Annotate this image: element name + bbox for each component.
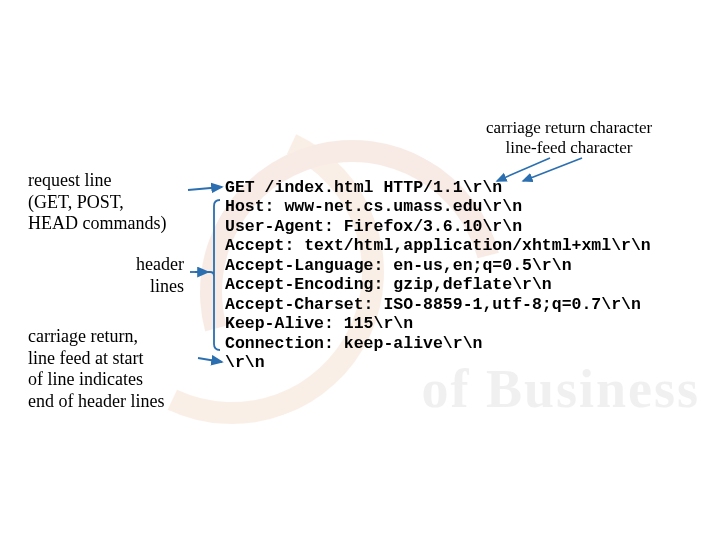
code-line: \r\n (225, 353, 265, 372)
code-line: User-Agent: Firefox/3.6.10\r\n (225, 217, 522, 236)
code-line: Accept-Encoding: gzip,deflate\r\n (225, 275, 552, 294)
code-line: Accept: text/html,application/xhtml+xml\… (225, 236, 651, 255)
code-line: Keep-Alive: 115\r\n (225, 314, 413, 333)
label-request-line: request line(GET, POST,HEAD commands) (28, 170, 208, 235)
code-line: Accept-Language: en-us,en;q=0.5\r\n (225, 256, 572, 275)
label-lf-char: line-feed character (486, 138, 652, 158)
code-line: Host: www-net.cs.umass.edu\r\n (225, 197, 522, 216)
label-carriage-return: carriage return,line feed at startof lin… (28, 326, 208, 412)
http-request-code: GET /index.html HTTP/1.1\r\n Host: www-n… (225, 178, 651, 373)
code-line: Accept-Charset: ISO-8859-1,utf-8;q=0.7\r… (225, 295, 641, 314)
label-cr-lf: carriage return character line-feed char… (486, 118, 652, 159)
code-line: GET /index.html HTTP/1.1\r\n (225, 178, 502, 197)
label-cr-char: carriage return character (486, 118, 652, 138)
code-line: Connection: keep-alive\r\n (225, 334, 482, 353)
label-header-lines: headerlines (136, 254, 184, 297)
